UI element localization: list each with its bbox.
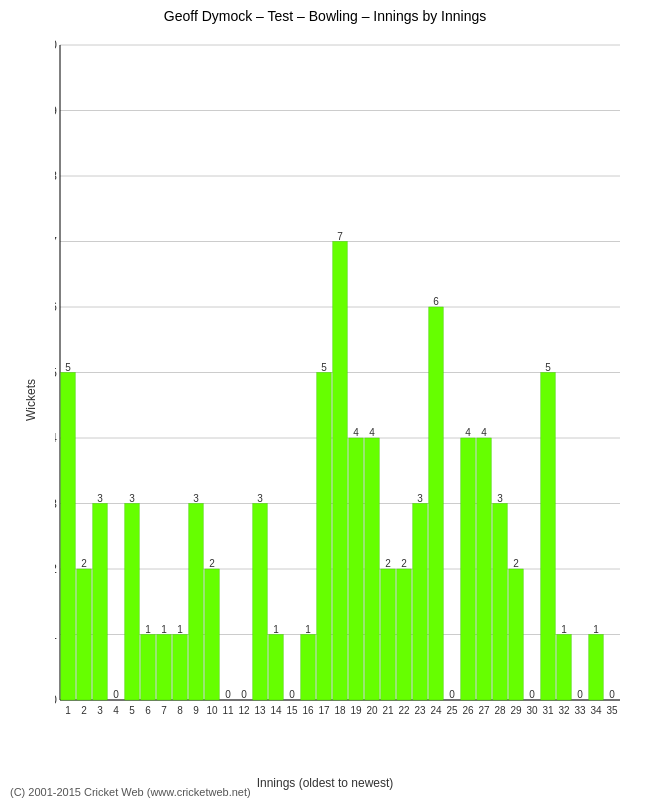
svg-text:4: 4	[55, 431, 57, 445]
svg-text:2: 2	[81, 705, 87, 716]
svg-text:3: 3	[257, 493, 263, 504]
svg-text:4: 4	[369, 427, 375, 438]
svg-text:0: 0	[113, 689, 119, 700]
svg-rect-68	[317, 373, 331, 701]
svg-rect-89	[429, 307, 443, 700]
svg-text:23: 23	[414, 705, 426, 716]
svg-rect-47	[189, 504, 203, 701]
svg-text:2: 2	[513, 558, 519, 569]
svg-text:7: 7	[337, 231, 343, 242]
x-axis-label: Innings (oldest to newest)	[257, 776, 394, 790]
svg-text:31: 31	[542, 705, 554, 716]
svg-text:8: 8	[177, 705, 183, 716]
y-axis-label: Wickets	[24, 379, 38, 421]
svg-text:1: 1	[177, 624, 183, 635]
svg-rect-77	[365, 438, 379, 700]
svg-text:0: 0	[529, 689, 535, 700]
svg-rect-116	[589, 635, 603, 701]
svg-text:3: 3	[97, 705, 103, 716]
svg-rect-24	[61, 373, 75, 701]
copyright-text: (C) 2001-2015 Cricket Web (www.cricketwe…	[10, 786, 251, 798]
svg-text:27: 27	[478, 705, 490, 716]
svg-text:30: 30	[526, 705, 538, 716]
svg-text:0: 0	[241, 689, 247, 700]
svg-text:9: 9	[193, 705, 199, 716]
svg-text:24: 24	[430, 705, 442, 716]
svg-text:16: 16	[302, 705, 314, 716]
svg-rect-74	[349, 438, 363, 700]
svg-rect-57	[253, 504, 267, 701]
svg-text:20: 20	[366, 705, 378, 716]
svg-rect-35	[125, 504, 139, 701]
svg-text:1: 1	[65, 705, 71, 716]
svg-rect-71	[333, 242, 347, 701]
svg-rect-111	[557, 635, 571, 701]
svg-rect-108	[541, 373, 555, 701]
svg-text:10: 10	[206, 705, 218, 716]
svg-text:1: 1	[273, 624, 279, 635]
svg-text:5: 5	[321, 362, 327, 373]
svg-rect-65	[301, 635, 315, 701]
svg-text:12: 12	[238, 705, 250, 716]
svg-text:5: 5	[65, 362, 71, 373]
svg-text:22: 22	[398, 705, 410, 716]
svg-rect-100	[493, 504, 507, 701]
svg-text:3: 3	[129, 493, 135, 504]
svg-text:3: 3	[417, 493, 423, 504]
svg-rect-97	[477, 438, 491, 700]
svg-rect-83	[397, 569, 411, 700]
svg-text:8: 8	[55, 169, 57, 183]
svg-text:2: 2	[55, 562, 57, 576]
svg-text:29: 29	[510, 705, 522, 716]
svg-text:0: 0	[289, 689, 295, 700]
svg-text:1: 1	[561, 624, 567, 635]
svg-text:6: 6	[145, 705, 151, 716]
svg-text:1: 1	[161, 624, 167, 635]
svg-text:4: 4	[481, 427, 487, 438]
svg-text:10: 10	[55, 38, 57, 52]
svg-text:1: 1	[55, 628, 57, 642]
svg-text:1: 1	[593, 624, 599, 635]
svg-text:25: 25	[446, 705, 458, 716]
svg-text:4: 4	[353, 427, 359, 438]
svg-rect-103	[509, 569, 523, 700]
svg-text:19: 19	[350, 705, 362, 716]
chart-area: 0123456789105122330435161718392100110123…	[55, 35, 630, 730]
svg-text:7: 7	[161, 705, 167, 716]
svg-rect-80	[381, 569, 395, 700]
svg-text:33: 33	[574, 705, 586, 716]
svg-text:35: 35	[606, 705, 618, 716]
svg-text:0: 0	[449, 689, 455, 700]
svg-text:1: 1	[145, 624, 151, 635]
chart-container: Geoff Dymock – Test – Bowling – Innings …	[0, 0, 650, 800]
svg-rect-86	[413, 504, 427, 701]
svg-text:34: 34	[590, 705, 602, 716]
svg-text:26: 26	[462, 705, 474, 716]
svg-text:28: 28	[494, 705, 506, 716]
svg-text:21: 21	[382, 705, 394, 716]
svg-text:15: 15	[286, 705, 298, 716]
svg-text:0: 0	[609, 689, 615, 700]
svg-text:7: 7	[55, 235, 57, 249]
chart-svg: 0123456789105122330435161718392100110123…	[55, 35, 630, 730]
svg-text:9: 9	[55, 104, 57, 118]
svg-rect-44	[173, 635, 187, 701]
svg-rect-50	[205, 569, 219, 700]
svg-text:6: 6	[433, 296, 439, 307]
svg-text:5: 5	[545, 362, 551, 373]
svg-text:3: 3	[497, 493, 503, 504]
svg-text:17: 17	[318, 705, 330, 716]
svg-text:3: 3	[97, 493, 103, 504]
chart-title: Geoff Dymock – Test – Bowling – Innings …	[0, 0, 650, 28]
svg-text:18: 18	[334, 705, 346, 716]
svg-text:2: 2	[81, 558, 87, 569]
svg-rect-27	[77, 569, 91, 700]
svg-text:1: 1	[305, 624, 311, 635]
svg-text:14: 14	[270, 705, 282, 716]
svg-text:0: 0	[225, 689, 231, 700]
svg-text:3: 3	[55, 497, 57, 511]
svg-text:3: 3	[193, 493, 199, 504]
svg-text:13: 13	[254, 705, 266, 716]
svg-rect-30	[93, 504, 107, 701]
svg-text:0: 0	[55, 693, 57, 707]
